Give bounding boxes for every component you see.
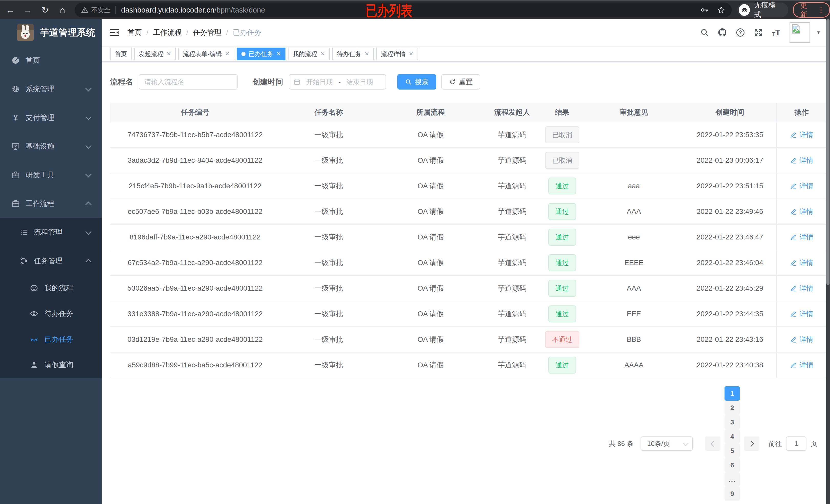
end-date-input[interactable] xyxy=(343,77,377,87)
tab-流程详情[interactable]: 流程详情✕ xyxy=(376,47,418,60)
tab-已办任务[interactable]: 已办任务✕ xyxy=(237,47,285,60)
eye-icon xyxy=(30,309,38,318)
tab-close-icon[interactable]: ✕ xyxy=(276,51,281,57)
incognito-label: 无痕模式 xyxy=(754,0,781,20)
browser-menu-icon[interactable]: ⋮ xyxy=(818,6,825,13)
page-ellipsis[interactable]: ... xyxy=(725,472,740,486)
total-count: 共 86 条 xyxy=(609,439,633,448)
fullscreen-icon[interactable] xyxy=(753,27,763,38)
forward-icon[interactable]: → xyxy=(23,5,33,15)
tab-我的流程[interactable]: 我的流程✕ xyxy=(288,47,329,60)
prev-page-button[interactable] xyxy=(705,436,721,451)
search-button[interactable]: 搜索 xyxy=(397,74,436,90)
tab-close-icon[interactable]: ✕ xyxy=(320,51,325,57)
breadcrumb-item[interactable]: 首页 xyxy=(127,28,142,37)
detail-link[interactable]: 详情 xyxy=(790,130,813,139)
gear-icon xyxy=(11,85,20,93)
password-key-icon[interactable] xyxy=(700,6,709,14)
process-name-input[interactable] xyxy=(139,74,237,90)
column-header-审批意见: 审批意见 xyxy=(584,107,683,117)
edit-pencil-icon xyxy=(790,362,797,369)
reload-icon[interactable]: ↻ xyxy=(40,5,50,15)
sidebar-item-研发工具[interactable]: 研发工具 xyxy=(0,161,102,189)
tab-close-icon[interactable]: ✕ xyxy=(409,51,413,57)
sidebar-item-工作流程[interactable]: 工作流程 xyxy=(0,189,102,218)
page-button-6[interactable]: 6 xyxy=(725,458,740,472)
search-icon[interactable] xyxy=(699,27,710,38)
user-icon xyxy=(30,361,38,369)
help-icon[interactable]: ? xyxy=(735,27,745,38)
cell-actions: 详情 xyxy=(776,199,826,224)
tab-发起流程[interactable]: 发起流程✕ xyxy=(134,47,175,60)
page-button-2[interactable]: 2 xyxy=(725,401,740,415)
detail-link-label: 详情 xyxy=(800,130,813,139)
sidebar-item-请假查询[interactable]: 请假查询 xyxy=(0,352,102,378)
cell-actions: 详情 xyxy=(776,276,826,301)
detail-link[interactable]: 详情 xyxy=(790,335,813,344)
detail-link[interactable]: 详情 xyxy=(790,309,813,318)
detail-link-label: 详情 xyxy=(800,284,813,293)
start-date-input[interactable] xyxy=(302,77,337,87)
detail-link[interactable]: 详情 xyxy=(790,233,813,242)
cell-created-time: 2022-01-22 23:49:46 xyxy=(683,207,776,216)
reset-button[interactable]: 重置 xyxy=(441,74,480,90)
user-avatar[interactable] xyxy=(790,22,810,43)
sidebar-item-已办任务[interactable]: 已办任务 xyxy=(0,327,102,352)
font-size-icon[interactable]: TT xyxy=(771,27,781,38)
page-button-9[interactable]: 9 xyxy=(725,486,740,501)
page-button-3[interactable]: 3 xyxy=(725,415,740,429)
next-page-button[interactable] xyxy=(744,436,759,451)
scrollbar-thumb[interactable] xyxy=(826,19,829,285)
calendar-icon xyxy=(293,78,300,86)
tab-流程表单-编辑[interactable]: 流程表单-编辑✕ xyxy=(178,47,234,60)
page-size-select[interactable]: 10条/页 xyxy=(641,436,693,451)
detail-link[interactable]: 详情 xyxy=(790,156,813,165)
tab-close-icon[interactable]: ✕ xyxy=(364,51,369,57)
browser-update-button[interactable]: 更新 ⋮ xyxy=(793,2,830,18)
app-logo[interactable]: 芋道管理系统 xyxy=(0,19,102,46)
tab-close-icon[interactable]: ✕ xyxy=(225,51,229,57)
goto-page-input[interactable] xyxy=(786,436,806,451)
bookmark-star-icon[interactable] xyxy=(717,6,726,14)
sidebar-item-系统管理[interactable]: 系统管理 xyxy=(0,75,102,103)
sidebar-item-基础设施[interactable]: 基础设施 xyxy=(0,132,102,161)
table-row: a59c9d88-7b99-11ec-ba5c-acde48001122一级审批… xyxy=(110,352,826,378)
avatar-dropdown-caret-icon[interactable]: ▼ xyxy=(816,30,821,35)
address-bar[interactable]: 不安全 dashboard.yudao.iocoder.cn/bpm/task/… xyxy=(75,3,732,18)
toolbox-icon xyxy=(11,171,20,179)
page-scrollbar[interactable] xyxy=(826,19,830,504)
collapse-sidebar-icon[interactable] xyxy=(110,28,119,37)
page-button-4[interactable]: 4 xyxy=(725,429,740,444)
done-task-table: 任务编号任务名称所属流程流程发起人结果审批意见创建时间操作 74736737-7… xyxy=(110,103,826,378)
sidebar-item-任务管理[interactable]: 任务管理 xyxy=(0,247,102,275)
active-tab-dot xyxy=(242,52,246,56)
github-icon[interactable] xyxy=(717,27,728,38)
cell-actions: 详情 xyxy=(776,225,826,250)
detail-link[interactable]: 详情 xyxy=(790,284,813,293)
sidebar-item-我的流程[interactable]: 我的流程 xyxy=(0,275,102,301)
home-icon[interactable]: ⌂ xyxy=(57,5,68,15)
breadcrumb-item[interactable]: 工作流程 xyxy=(153,28,182,37)
column-header-流程发起人: 流程发起人 xyxy=(484,107,540,117)
sidebar-item-首页[interactable]: 首页 xyxy=(0,46,102,75)
page-button-5[interactable]: 5 xyxy=(725,444,740,458)
detail-link[interactable]: 详情 xyxy=(790,207,813,216)
back-icon[interactable]: ← xyxy=(5,5,15,15)
detail-link[interactable]: 详情 xyxy=(790,258,813,267)
cell-opinion: AAA xyxy=(584,207,683,216)
sidebar-item-支付管理[interactable]: ¥支付管理 xyxy=(0,103,102,132)
tab-待办任务[interactable]: 待办任务✕ xyxy=(332,47,374,60)
sidebar-item-流程管理[interactable]: 流程管理 xyxy=(0,218,102,247)
sidebar-item-label: 我的流程 xyxy=(44,283,73,293)
cell-opinion: aaa xyxy=(584,182,683,190)
page-button-1[interactable]: 1 xyxy=(725,386,740,401)
breadcrumb-item[interactable]: 任务管理 xyxy=(193,28,222,37)
detail-link[interactable]: 详情 xyxy=(790,181,813,191)
detail-link[interactable]: 详情 xyxy=(790,361,813,370)
date-range-picker[interactable]: - xyxy=(289,74,386,90)
sidebar-item-待办任务[interactable]: 待办任务 xyxy=(0,301,102,327)
tab-首页[interactable]: 首页 xyxy=(110,47,132,60)
cell-process: OA 请假 xyxy=(377,335,484,344)
column-header-任务编号: 任务编号 xyxy=(110,107,280,117)
tab-close-icon[interactable]: ✕ xyxy=(166,51,171,57)
